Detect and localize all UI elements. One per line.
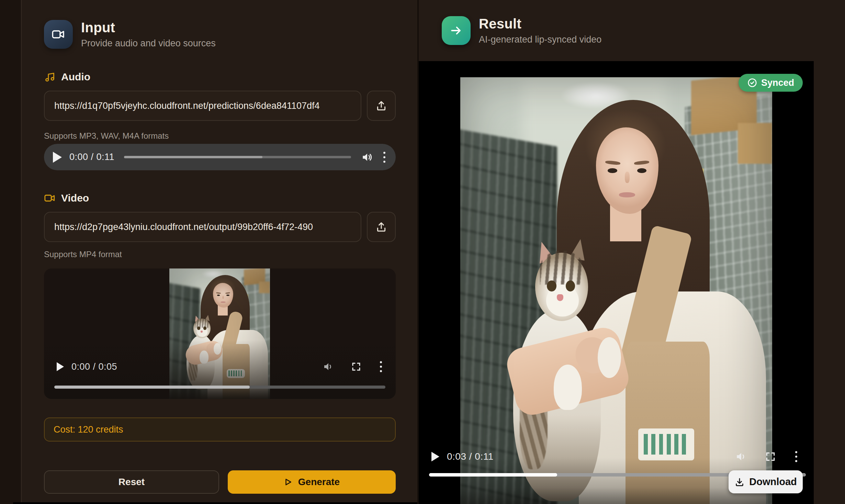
- audio-url-input[interactable]: https://d1q70pf5vjeyhc.cloudfront.net/pr…: [44, 91, 361, 121]
- result-video-controls: 0:03 / 0:11: [419, 449, 814, 464]
- upload-icon: [375, 100, 387, 112]
- download-icon: [734, 477, 745, 487]
- play-icon[interactable]: [431, 452, 439, 461]
- video-poster-girl-with-kitten: [460, 77, 772, 504]
- cost-badge: Cost: 120 credits: [44, 417, 396, 442]
- result-video-player[interactable]: Synced 0:03 / 0:11: [419, 61, 814, 504]
- fullscreen-icon[interactable]: [765, 451, 776, 462]
- source-video-time: 0:00 / 0:05: [71, 362, 117, 372]
- play-icon[interactable]: [53, 152, 62, 163]
- audio-upload-button[interactable]: [367, 91, 396, 121]
- source-video-controls: 0:00 / 0:05: [44, 360, 396, 374]
- player-scrim: [460, 458, 772, 504]
- input-header: Input Provide audio and video sources: [44, 20, 417, 49]
- source-video-player[interactable]: 0:00 / 0:05: [44, 268, 396, 399]
- video-camera-icon: [44, 20, 73, 49]
- result-header: Result AI-generated lip-synced video: [419, 0, 845, 45]
- audio-section-label: Audio: [44, 70, 417, 84]
- volume-icon[interactable]: [735, 451, 747, 462]
- download-button[interactable]: Download: [729, 470, 803, 493]
- overflow-menu-icon[interactable]: [379, 360, 383, 374]
- result-panel: Result AI-generated lip-synced video: [417, 0, 845, 504]
- result-title: Result: [479, 16, 601, 32]
- overflow-menu-icon[interactable]: [794, 450, 799, 463]
- volume-muted-icon[interactable]: [323, 361, 334, 372]
- video-format-helper: Supports MP4 format: [44, 250, 417, 259]
- result-subtitle: AI-generated lip-synced video: [479, 34, 601, 45]
- left-edge-rail: [0, 0, 22, 504]
- video-url-input[interactable]: https://d2p7pge43lyniu.cloudfront.net/ou…: [44, 212, 361, 242]
- synced-status-badge: Synced: [739, 74, 803, 92]
- bottom-edge: [13, 502, 417, 504]
- reset-button[interactable]: Reset: [44, 470, 219, 494]
- result-video-poster: [460, 77, 772, 504]
- play-icon[interactable]: [57, 362, 64, 371]
- audio-seek-bar[interactable]: [124, 156, 351, 158]
- music-note-icon: [44, 71, 56, 83]
- audio-player: 0:00 / 0:11: [44, 144, 396, 170]
- source-video-seek-bar[interactable]: [54, 386, 385, 389]
- generate-button[interactable]: Generate: [228, 470, 396, 494]
- play-outline-icon: [284, 478, 293, 486]
- video-section-label: Video: [44, 191, 417, 205]
- volume-icon[interactable]: [361, 151, 373, 163]
- input-subtitle: Provide audio and video sources: [81, 38, 216, 49]
- fullscreen-icon[interactable]: [351, 362, 361, 372]
- input-panel: Input Provide audio and video sources Au…: [22, 0, 417, 504]
- check-circle-icon: [747, 78, 757, 88]
- audio-format-helper: Supports MP3, WAV, M4A formats: [44, 131, 417, 141]
- result-video-time: 0:03 / 0:11: [447, 451, 494, 462]
- arrow-right-icon: [442, 16, 471, 45]
- overflow-menu-icon[interactable]: [382, 150, 387, 164]
- audio-time: 0:00 / 0:11: [69, 152, 114, 162]
- input-title: Input: [81, 20, 216, 35]
- upload-icon: [375, 221, 387, 233]
- video-upload-button[interactable]: [367, 212, 396, 242]
- video-camera-icon: [44, 192, 56, 204]
